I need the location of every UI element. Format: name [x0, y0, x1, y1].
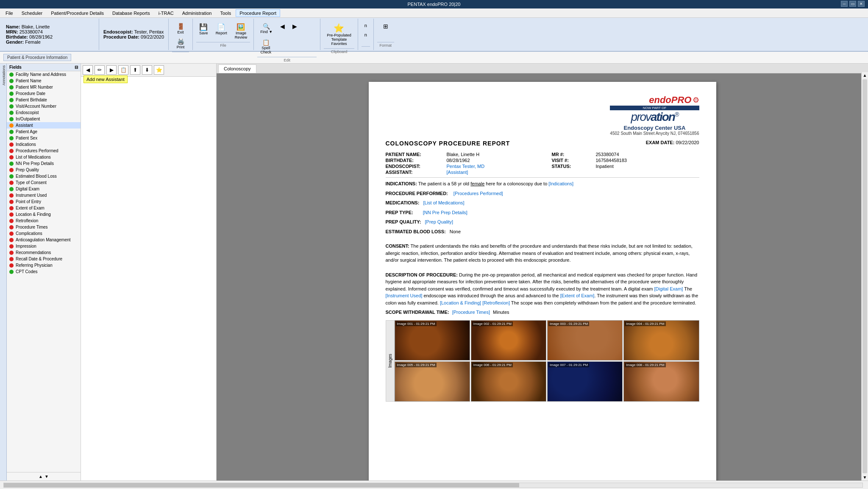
close-button[interactable]: ✕: [858, 1, 865, 7]
field-assistant[interactable]: Assistant: [7, 122, 81, 129]
nav-back-button[interactable]: ◀: [83, 65, 93, 75]
star-button[interactable]: ⭐: [154, 65, 164, 75]
field-location-finding[interactable]: Location & Finding: [7, 211, 81, 218]
forward-button[interactable]: ▶: [289, 21, 300, 36]
procedure-label: PROCEDURE PERFORMED:: [386, 191, 448, 196]
field-nn-prep[interactable]: NN Pre Prep Details: [7, 160, 81, 167]
pre-populated-button[interactable]: ⭐ Pre-PopulatedTemplateFavorites: [324, 21, 354, 48]
menu-scheduler[interactable]: Scheduler: [18, 9, 47, 17]
field-complications[interactable]: Complications: [7, 230, 81, 237]
field-point-of-entry[interactable]: Point of Entry: [7, 198, 81, 205]
annotations-tab[interactable]: Annotations: [0, 64, 6, 87]
print-button[interactable]: 🖨️ Print: [172, 36, 189, 51]
menu-tools[interactable]: Tools: [216, 9, 235, 17]
copy-button[interactable]: 📋: [118, 65, 128, 75]
horizontal-scrollbar[interactable]: [3, 483, 863, 488]
format-n2-button[interactable]: n: [362, 31, 370, 39]
fields-scroll: ▲ ▼: [7, 472, 81, 481]
image-8[interactable]: Image 008 - 01:29:21 PM: [623, 361, 699, 402]
save-button[interactable]: 💾 Save: [196, 21, 211, 41]
menu-itrac[interactable]: i-TRAC: [155, 9, 178, 17]
image-3[interactable]: Image 003 - 01:29:21 PM: [547, 320, 623, 360]
scroll-down-arrow[interactable]: ▼: [862, 474, 868, 481]
scroll-up-arrow[interactable]: ▲: [862, 72, 868, 78]
move-down-button[interactable]: ⬇: [142, 65, 152, 75]
back-button[interactable]: ◀: [277, 21, 288, 36]
spell-check-button[interactable]: 📋 SpellCheck: [257, 37, 274, 56]
image-5[interactable]: Image 005 - 01:29:21 PM: [395, 361, 470, 402]
logo-area: endoPRO ⚙ NOW PART OF provation® Endosco…: [386, 95, 699, 136]
image-2[interactable]: Image 002 - 01:29:21 PM: [471, 320, 546, 360]
field-procedure-date[interactable]: Procedure Date: [7, 90, 81, 97]
scroll-up[interactable]: ▲: [38, 473, 44, 480]
field-instrument-used[interactable]: Instrument Used: [7, 192, 81, 198]
field-procedure-times[interactable]: Procedure Times: [7, 224, 81, 230]
add-new-assistant-label[interactable]: Add new Assistant: [81, 77, 216, 82]
field-extent-exam[interactable]: Extent of Exam: [7, 205, 81, 211]
field-blood-loss[interactable]: Estimated Blood Loss: [7, 173, 81, 179]
report-status-label: STATUS:: [552, 164, 594, 169]
horizontal-scroll-thumb[interactable]: [4, 483, 519, 487]
move-up-button[interactable]: ⬆: [130, 65, 140, 75]
report-scroll-area[interactable]: endoPRO ⚙ NOW PART OF provation® Endosco…: [217, 73, 868, 481]
format-n1-button[interactable]: n: [362, 21, 370, 30]
report-page: endoPRO ⚙ NOW PART OF provation® Endosco…: [369, 82, 716, 481]
exam-date-label: EXAM DATE:: [646, 140, 675, 145]
field-list-medications[interactable]: List of Medications: [7, 154, 81, 160]
dot-blood-loss: [9, 174, 14, 179]
image-1[interactable]: Image 001 - 01:29:21 PM: [395, 320, 470, 360]
image-review-button[interactable]: 🖼️ ImageReview: [232, 21, 250, 41]
exit-button[interactable]: 🚪 Exit: [172, 21, 189, 36]
image-6[interactable]: Image 006 - 01:29:21 PM: [471, 361, 546, 402]
colonoscopy-tab[interactable]: Colonoscopy: [218, 64, 256, 73]
menu-administration[interactable]: Administration: [178, 9, 216, 17]
find-button[interactable]: 🔍 Find ▼: [257, 21, 275, 36]
prep-quality-section: PREP QUALITY: [Prep Quality]: [386, 218, 699, 226]
field-facility[interactable]: Facility Name and Address: [7, 71, 81, 78]
indications-bracket: [Indications]: [548, 181, 573, 186]
birthdate-label: Birthdate:: [6, 34, 28, 39]
fields-toggle[interactable]: ⊟: [75, 65, 78, 70]
report-button[interactable]: 📄 Report: [213, 21, 230, 41]
field-prep-quality[interactable]: Prep Quality: [7, 167, 81, 173]
edit-button[interactable]: ✏: [95, 65, 105, 75]
field-type-consent[interactable]: Type of Consent: [7, 179, 81, 186]
menu-patient-procedure[interactable]: Patient/Procedure Details: [47, 9, 108, 17]
minimize-button[interactable]: ─: [841, 1, 848, 7]
field-recall-date[interactable]: Recall Date & Procedure: [7, 256, 81, 262]
menu-database-reports[interactable]: Database Reports: [108, 9, 154, 17]
image-4[interactable]: Image 004 - 01:29:21 PM: [623, 320, 699, 360]
restore-button[interactable]: ▭: [849, 1, 856, 7]
field-impression[interactable]: Impression: [7, 243, 81, 249]
field-patient-birthdate[interactable]: Patient Birthdate: [7, 97, 81, 103]
field-indications[interactable]: Indications: [7, 141, 81, 148]
field-visit-account[interactable]: Visit/Account Number: [7, 103, 81, 109]
menu-file[interactable]: File: [2, 9, 17, 17]
field-digital-exam[interactable]: Digital Exam: [7, 186, 81, 192]
field-referring-physician[interactable]: Referring Physician: [7, 262, 81, 268]
field-inoutpatient[interactable]: In/Outpatient: [7, 116, 81, 122]
report-area: Colonoscopy endoPRO ⚙ NOW PART OF provat…: [217, 64, 868, 481]
field-retroflexion[interactable]: Retroflexion: [7, 218, 81, 224]
scroll-down[interactable]: ▼: [44, 473, 50, 480]
status-bar: [0, 481, 868, 489]
scroll-thumb[interactable]: [862, 79, 867, 473]
field-endoscopist[interactable]: Endoscopist: [7, 109, 81, 116]
field-procedures-performed[interactable]: Procedures Performed: [7, 148, 81, 154]
field-cpt-codes[interactable]: CPT Codes: [7, 268, 81, 275]
field-patient-name[interactable]: Patient Name: [7, 78, 81, 84]
image-7[interactable]: Image 007 - 01:29:21 PM: [547, 361, 623, 402]
format-table-button[interactable]: ⊞: [377, 21, 394, 31]
field-patient-sex[interactable]: Patient Sex: [7, 135, 81, 141]
field-patient-mr[interactable]: Patient MR Number: [7, 84, 81, 90]
field-recommendations[interactable]: Recommendations: [7, 249, 81, 256]
image-7-label: Image 007 - 01:29:21 PM: [548, 363, 589, 367]
field-anticoagulation[interactable]: Anticoagulation Management: [7, 237, 81, 243]
menu-procedure-report[interactable]: Procedure Report: [236, 9, 280, 17]
assistant-toolbar: ◀ ✏ ▶ 📋 ⬆ ⬇ ⭐: [81, 64, 216, 77]
report-scrollbar[interactable]: ▲ ▼: [861, 72, 868, 481]
dot-cpt-codes: [9, 270, 14, 274]
patient-section-label: Patient & Procedure Information: [3, 54, 71, 61]
nav-forward-button[interactable]: ▶: [106, 65, 117, 75]
field-patient-age[interactable]: Patient Age: [7, 129, 81, 135]
